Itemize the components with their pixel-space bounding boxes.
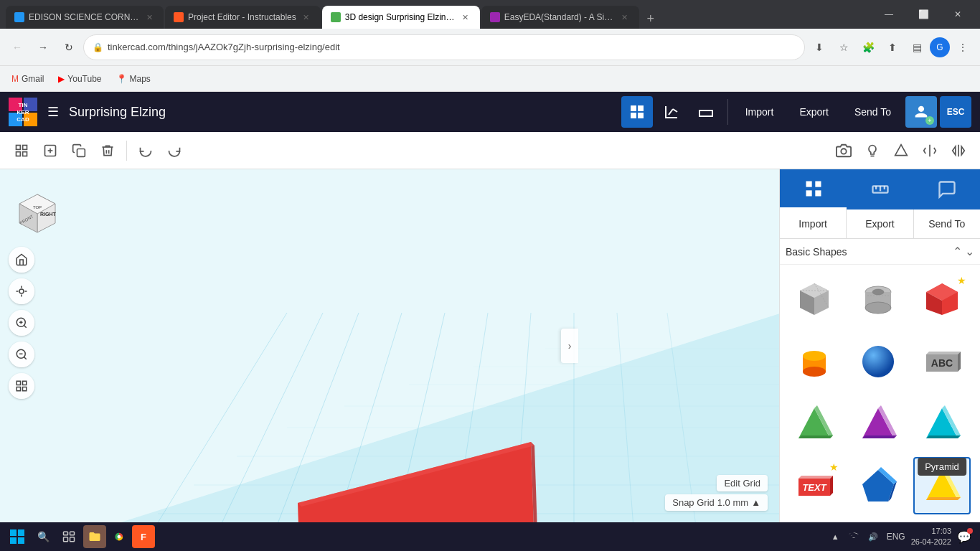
tab-3[interactable]: 3D design Surprising Elzing | Tin... ✕ (322, 6, 480, 29)
pick-move-button[interactable] (656, 96, 687, 128)
shape-selector[interactable]: Basic Shapes ⌃ ⌄ (780, 239, 980, 265)
tab3-close[interactable]: ✕ (460, 11, 471, 23)
bookmark-button[interactable]: ☆ (832, 36, 855, 59)
shape-pentagon[interactable] (849, 457, 907, 514)
zoom-in-button[interactable] (9, 310, 34, 336)
copy-button[interactable] (66, 138, 92, 164)
shapes-button[interactable] (888, 138, 914, 164)
shape-box-red[interactable]: ★ (913, 270, 971, 328)
home-view-button[interactable] (9, 247, 34, 273)
bookmark-youtube[interactable]: ▶ YouTube (52, 71, 107, 87)
lightbulb-button[interactable] (859, 138, 885, 164)
svg-point-104 (803, 367, 826, 377)
grid-view-button[interactable] (621, 96, 653, 128)
tab-1[interactable]: EDISON SCIENCE CORNER's Pro... ✕ (6, 6, 164, 29)
taskbar-app-flash[interactable]: F (132, 525, 155, 548)
shape-pyramid-purple[interactable] (849, 395, 907, 453)
snap-to-grid-button[interactable] (9, 373, 34, 399)
taskbar-time[interactable]: 17:03 26-04-2022 (911, 526, 951, 548)
new-shape-button[interactable] (9, 138, 34, 164)
camera-button[interactable] (831, 138, 857, 164)
add-user-button[interactable]: + (905, 96, 937, 128)
svg-rect-21 (77, 149, 85, 156)
snap-grid-up-arrow[interactable]: ▲ (751, 497, 760, 508)
profile-sync-button[interactable]: ⬆ (881, 36, 904, 59)
import-button[interactable]: Import (734, 100, 786, 123)
svg-marker-120 (798, 476, 833, 479)
shape-sphere[interactable] (849, 333, 907, 390)
undo-button[interactable] (133, 138, 159, 164)
system-tray-expand[interactable]: ▲ (829, 529, 842, 544)
shape-pyramid-teal[interactable]: Pyramid (913, 395, 971, 453)
back-button[interactable]: ← (6, 36, 29, 59)
fit-all-button[interactable] (9, 278, 34, 304)
notification-button[interactable]: 💬 (954, 527, 974, 547)
tab-2[interactable]: Project Editor - Instructables ✕ (165, 6, 321, 29)
task-view-button[interactable] (57, 525, 80, 548)
tab-4[interactable]: EasyEDA(Standard) - A Simple an... ✕ (481, 6, 639, 29)
export-button[interactable]: Export (788, 100, 839, 123)
download-button[interactable]: ⬇ (808, 36, 831, 59)
panel-tab-ruler[interactable] (847, 169, 913, 209)
bookmark-maps[interactable]: 📍 Maps (110, 71, 156, 87)
refresh-button[interactable]: ↻ (57, 36, 80, 59)
start-button[interactable] (6, 525, 29, 548)
svg-point-103 (803, 351, 826, 361)
tab1-close[interactable]: ✕ (143, 11, 155, 23)
close-button[interactable]: ✕ (941, 3, 974, 26)
shape-text-red[interactable]: ★ TEXT (786, 457, 843, 514)
hamburger-menu[interactable]: ☰ (44, 101, 62, 123)
shape-text3d[interactable]: ABC (913, 333, 971, 390)
forward-button[interactable]: → (32, 36, 55, 59)
profile-button[interactable]: G (930, 37, 950, 57)
zoom-out-button[interactable] (9, 342, 34, 367)
extensions-button[interactable]: 🧩 (857, 36, 880, 59)
taskbar-app-chrome[interactable] (108, 525, 131, 548)
shape-box[interactable] (786, 270, 843, 328)
align-button[interactable] (917, 138, 943, 164)
tab2-close[interactable]: ✕ (301, 11, 312, 23)
edit-grid-button[interactable]: Edit Grid (717, 475, 768, 491)
taskbar-app-files[interactable] (83, 525, 106, 548)
panel-tab-grid[interactable] (780, 169, 847, 209)
svg-point-97 (872, 289, 884, 295)
view-cube[interactable]: RIGHT TOP FRONT (9, 184, 66, 241)
maximize-button[interactable]: ⬜ (907, 3, 940, 26)
shape-cylinder[interactable] (786, 333, 843, 390)
address-bar[interactable]: 🔒 tinkercad.com/things/jAAZOk7gZjh-surpr… (83, 34, 805, 60)
tab4-close[interactable]: ✕ (619, 11, 631, 23)
split-screen-button[interactable]: ▤ (905, 36, 928, 59)
shape-selector-arrow[interactable]: ⌃ (953, 245, 962, 258)
redo-button[interactable] (161, 138, 187, 164)
shape-cylinder-hole[interactable] (849, 270, 907, 328)
more-button[interactable]: ⋮ (951, 36, 974, 59)
snap-grid-control[interactable]: Snap Grid 1.0 mm ▲ (665, 494, 768, 511)
delete-button[interactable] (95, 138, 121, 164)
volume-icon[interactable]: 🔊 (865, 529, 881, 545)
taskbar-search[interactable]: 🔍 (32, 525, 55, 548)
action-send-to[interactable]: Send To (914, 209, 980, 238)
svg-rect-17 (23, 151, 27, 156)
action-import[interactable]: Import (780, 209, 846, 238)
new-tab-button[interactable]: + (641, 9, 661, 29)
esc-button[interactable]: ESC (940, 96, 971, 128)
app-body: RIGHT TOP FRONT (0, 169, 980, 522)
network-icon[interactable] (845, 527, 862, 546)
panel-tab-comment[interactable] (913, 169, 980, 209)
send-to-button[interactable]: Send To (843, 100, 903, 123)
action-export[interactable]: Export (847, 209, 913, 238)
shape-pyramid-green[interactable] (786, 395, 843, 453)
project-title: Surprising Elzing (69, 105, 614, 120)
svg-line-75 (24, 357, 26, 359)
svg-marker-121 (830, 476, 833, 496)
minimize-button[interactable]: — (872, 3, 905, 26)
collapse-panel-button[interactable]: › (561, 329, 578, 363)
workplane-button[interactable] (690, 96, 722, 128)
export-toolbar-button[interactable] (37, 138, 63, 164)
bookmark-gmail[interactable]: M Gmail (6, 71, 50, 87)
viewport[interactable]: RIGHT TOP FRONT (0, 169, 779, 522)
svg-point-65 (19, 289, 24, 293)
language-indicator[interactable]: ENG (884, 529, 908, 545)
shape-selector-arrow-down[interactable]: ⌄ (965, 245, 974, 258)
mirror-button[interactable] (946, 138, 971, 164)
